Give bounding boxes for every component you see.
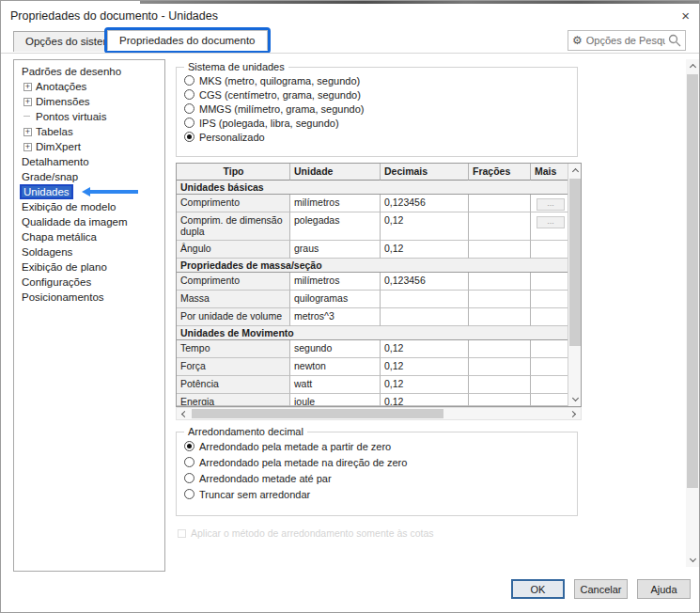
sidebar-item-grade-snap[interactable]: Grade/snap bbox=[14, 169, 164, 184]
fractions-cell[interactable] bbox=[469, 358, 531, 376]
radio-option-ips-polegada-libra-segundo[interactable]: IPS (polegada, libra, segundo) bbox=[184, 116, 571, 130]
radio-option-truncar-sem-arredondar[interactable]: Truncar sem arredondar bbox=[184, 486, 571, 502]
sidebar-item-anotacoes[interactable]: +Anotações bbox=[14, 79, 164, 94]
tab-propriedades-do-documento[interactable]: Propriedades do documento bbox=[107, 30, 268, 51]
scroll-left-icon[interactable] bbox=[177, 408, 190, 419]
sidebar-item-padroes-de-desenho[interactable]: Padrões de desenho bbox=[14, 64, 164, 79]
sidebar-item-exibicao-de-plano[interactable]: Exibição de plano bbox=[14, 259, 164, 275]
more-cell bbox=[531, 308, 569, 326]
more-options-button[interactable]: ... bbox=[537, 216, 565, 228]
radio-option-arredondado-pela-metade-na-direcao-de-ze[interactable]: Arredondado pela metade na direção de ze… bbox=[184, 454, 571, 470]
decimals-cell[interactable]: 0,12 bbox=[381, 340, 469, 358]
unit-cell[interactable]: milímetros bbox=[290, 273, 381, 291]
table-horizontal-scrollbar[interactable] bbox=[176, 407, 582, 420]
sidebar-item-posicionamentos[interactable]: Posicionamentos bbox=[14, 290, 164, 305]
decimals-cell[interactable]: 0,12 bbox=[381, 241, 469, 259]
unit-cell[interactable]: metros^3 bbox=[290, 308, 381, 326]
close-icon[interactable]: × bbox=[681, 7, 690, 25]
row-type-cell: Força bbox=[177, 358, 290, 376]
help-button[interactable]: Ajuda bbox=[637, 579, 691, 599]
pane-scrollbar-thumb[interactable] bbox=[687, 74, 698, 488]
fractions-cell[interactable] bbox=[469, 340, 531, 358]
radio-option-mmgs-milimetro-grama-segundo[interactable]: MMGS (milímetro, grama, segundo) bbox=[184, 102, 571, 116]
sidebar-item-exibicao-de-modelo[interactable]: Exibição de modelo bbox=[14, 199, 164, 214]
decimals-cell[interactable]: 0,123456 bbox=[381, 273, 469, 291]
radio-option-arredondado-pela-metade-a-partir-de-zero[interactable]: Arredondado pela metade a partir de zero bbox=[184, 438, 571, 454]
arrow-body bbox=[89, 190, 138, 194]
radio-label: Arredondado metade até par bbox=[199, 473, 332, 484]
sidebar-item-label: Padrões de desenho bbox=[22, 66, 121, 77]
fractions-cell[interactable] bbox=[469, 212, 531, 241]
fractions-cell[interactable] bbox=[469, 291, 531, 308]
row-type-cell: Comprimento bbox=[177, 273, 290, 291]
unit-cell[interactable]: newton bbox=[290, 358, 381, 376]
radio-option-personalizado[interactable]: Personalizado bbox=[184, 130, 571, 144]
pane-scroll-down-icon[interactable] bbox=[686, 554, 699, 567]
sidebar-item-soldagens[interactable]: Soldagens bbox=[14, 244, 164, 259]
decimals-cell[interactable]: 0,12 bbox=[381, 212, 469, 241]
sidebar-item-qualidade-da-imagem[interactable]: Qualidade da imagem bbox=[14, 214, 164, 229]
unit-cell[interactable]: quilogramas bbox=[290, 291, 381, 308]
more-options-button[interactable]: ... bbox=[537, 198, 565, 211]
table-vertical-scrollbar[interactable] bbox=[568, 164, 581, 406]
fractions-cell[interactable] bbox=[469, 394, 531, 406]
unit-cell[interactable]: joule bbox=[290, 394, 381, 406]
expand-plus-icon[interactable]: + bbox=[23, 83, 32, 91]
fractions-cell[interactable] bbox=[469, 376, 531, 394]
table-scrollbar-thumb[interactable] bbox=[569, 179, 581, 346]
sidebar-item-chapa-metalica[interactable]: Chapa metálica bbox=[14, 229, 164, 244]
pane-scroll-up-icon[interactable] bbox=[686, 59, 699, 72]
cancel-button[interactable]: Cancelar bbox=[574, 579, 628, 599]
column-header-unidade: Unidade bbox=[290, 164, 381, 181]
decimals-cell[interactable] bbox=[381, 291, 469, 308]
table-row-tempo: Temposegundo0,12 bbox=[177, 340, 569, 358]
radio-option-arredondado-metade-ate-par[interactable]: Arredondado metade até par bbox=[184, 470, 571, 486]
search-options-box[interactable]: ⚙ Opções de Pesquisa bbox=[568, 30, 686, 51]
hscrollbar-thumb[interactable] bbox=[192, 409, 443, 418]
unit-cell[interactable]: milímetros bbox=[290, 195, 381, 212]
more-cell bbox=[531, 291, 569, 308]
unit-cell[interactable]: polegadas bbox=[290, 212, 381, 241]
fractions-cell[interactable] bbox=[469, 273, 531, 291]
fractions-cell[interactable] bbox=[469, 241, 531, 259]
decimals-cell[interactable] bbox=[381, 308, 469, 326]
sidebar-item-configuracoes[interactable]: Configurações bbox=[14, 275, 164, 290]
unit-cell[interactable]: graus bbox=[290, 241, 381, 259]
units-system-radio-list: MKS (metro, quilograma, segundo)CGS (cen… bbox=[184, 73, 571, 144]
fractions-cell[interactable] bbox=[469, 308, 531, 326]
expand-plus-icon[interactable]: + bbox=[23, 128, 32, 136]
sidebar-item-detalhamento[interactable]: Detalhamento bbox=[14, 154, 164, 169]
sidebar-item-dimxpert[interactable]: +DimXpert bbox=[14, 139, 164, 154]
table-section-row: Unidades básicas bbox=[177, 181, 569, 195]
more-cell: ... bbox=[531, 212, 569, 241]
decimals-cell[interactable]: 0,123456 bbox=[381, 195, 469, 212]
decimals-cell[interactable]: 0,12 bbox=[381, 394, 469, 406]
scroll-up-icon[interactable] bbox=[568, 164, 582, 177]
row-type-cell: Por unidade de volume bbox=[177, 308, 290, 326]
sidebar-item-unidades[interactable]: Unidades bbox=[14, 184, 164, 199]
radio-option-mks-metro-quilograma-segundo[interactable]: MKS (metro, quilograma, segundo) bbox=[184, 73, 571, 87]
pane-vertical-scrollbar[interactable] bbox=[686, 59, 699, 567]
radio-unselected-icon bbox=[184, 457, 194, 467]
expand-plus-icon[interactable]: + bbox=[23, 98, 32, 106]
search-icon[interactable] bbox=[668, 34, 681, 47]
annotation-arrow bbox=[82, 187, 140, 196]
ok-button[interactable]: OK bbox=[511, 579, 565, 599]
decimals-cell[interactable]: 0,12 bbox=[381, 376, 469, 394]
sidebar-item-pontos-virtuais[interactable]: Pontos virtuais bbox=[14, 109, 164, 124]
radio-label: CGS (centímetro, grama, segundo) bbox=[199, 89, 361, 101]
sidebar-item-label: DimXpert bbox=[36, 141, 81, 152]
scroll-down-icon[interactable] bbox=[568, 393, 582, 406]
unit-cell[interactable]: segundo bbox=[290, 340, 381, 358]
radio-option-cgs-centimetro-grama-segundo[interactable]: CGS (centímetro, grama, segundo) bbox=[184, 87, 571, 102]
expand-plus-icon[interactable]: + bbox=[23, 143, 32, 151]
sidebar-item-dimensoes[interactable]: +Dimensões bbox=[14, 94, 164, 109]
radio-label: Arredondado pela metade na direção de ze… bbox=[199, 457, 407, 468]
unit-cell[interactable]: watt bbox=[290, 376, 381, 394]
row-type-cell: Comprimento bbox=[177, 195, 290, 212]
decimals-cell[interactable]: 0,12 bbox=[381, 358, 469, 376]
fractions-cell[interactable] bbox=[469, 195, 531, 212]
sidebar-item-tabelas[interactable]: +Tabelas bbox=[14, 124, 164, 139]
scroll-right-icon[interactable] bbox=[568, 408, 581, 419]
table-section-row: Propriedades de massa/seção bbox=[177, 259, 569, 273]
